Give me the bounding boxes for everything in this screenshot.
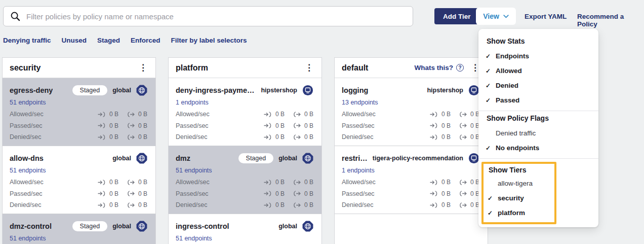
menu-item-platform[interactable]: ✓platform (484, 205, 554, 220)
menu-section-title-show-stats: Show Stats (478, 37, 598, 45)
menu-item-allow-tigera[interactable]: allow-tigera (484, 176, 554, 191)
egress-stat: 0 B (293, 133, 313, 141)
policy-name: ingress-control (176, 222, 229, 230)
policy-card-allow-dns[interactable]: allow-dnsglobal51 endpointsAllowed/sec0 … (3, 146, 155, 214)
scope-label: hipstershop (427, 87, 463, 94)
endpoints-link[interactable]: 1 endpoints (176, 99, 209, 106)
policy-card-dmz[interactable]: dmzStagedglobal51 endpointsAllowed/sec0 … (169, 146, 321, 214)
stat-values: 0 B0 B (430, 133, 479, 141)
policy-card-dmz-control[interactable]: dmz-controlStagedglobal51 endpoints (3, 214, 155, 244)
stat-values: 0 B0 B (430, 122, 479, 129)
globe-badge-icon (136, 153, 147, 164)
menu-item-label: allow-tigera (498, 180, 533, 187)
globe-badge-icon (136, 85, 147, 96)
tier-header-default: defaultWhats this??⋮ (335, 58, 488, 78)
recommend-policy-link[interactable]: Recommend a Policy (577, 13, 644, 28)
kebab-menu-icon[interactable]: ⋮ (137, 62, 149, 73)
stat-row-denied-sec: Denied/sec0 B0 B (342, 199, 479, 211)
stat-label: Allowed/sec (10, 111, 44, 118)
policy-name: deny-ingress-paymentservi... (176, 86, 256, 94)
ingress-value: 0 B (275, 111, 285, 118)
ingress-value: 0 B (275, 190, 285, 197)
whats-this-link[interactable]: Whats this?? (415, 64, 464, 72)
endpoints-link[interactable]: 1 endpoints (342, 167, 375, 174)
policy-name: logging (342, 86, 368, 94)
endpoints-link[interactable]: 51 endpoints (10, 235, 46, 242)
endpoints-link[interactable]: 51 endpoints (176, 167, 212, 174)
endpoints-link[interactable]: 51 endpoints (176, 235, 212, 242)
menu-item-no-endpoints[interactable]: ✓No endpoints (478, 141, 598, 155)
view-dropdown-button[interactable]: View (476, 8, 516, 25)
policy-name: dmz (176, 154, 190, 162)
policy-meta: Stagedglobal (72, 221, 147, 232)
stat-label: Allowed/sec (176, 111, 210, 118)
ingress-stat: 0 B (430, 122, 451, 129)
arrow-out-icon (293, 112, 301, 117)
search-input[interactable] (25, 12, 413, 21)
policy-meta: Stagedglobal (238, 153, 313, 164)
policy-name: egress-deny (10, 86, 53, 94)
arrow-out-icon (459, 202, 467, 208)
filter-staged[interactable]: Staged (97, 37, 120, 44)
egress-value: 0 B (304, 190, 313, 197)
arrow-in-icon (430, 191, 438, 196)
globe-badge-icon (302, 221, 313, 232)
endpoints-link[interactable]: 51 endpoints (10, 167, 46, 174)
chevron-down-icon (503, 15, 509, 18)
menu-item-endpoints[interactable]: ✓Endpoints (478, 49, 598, 63)
endpoints-link[interactable]: 51 endpoints (10, 99, 46, 106)
menu-item-security[interactable]: ✓security (484, 191, 554, 205)
filter-enforced[interactable]: Enforced (131, 37, 160, 44)
menu-item-label: Endpoints (496, 52, 529, 60)
stat-label: Passed/sec (10, 190, 43, 197)
stat-values: 0 B0 B (98, 201, 147, 208)
egress-stat: 0 B (459, 179, 479, 186)
policy-card-egress-deny[interactable]: egress-denyStagedglobal51 endpointsAllow… (3, 78, 155, 146)
menu-item-denied[interactable]: ✓Denied (478, 78, 598, 93)
stat-values: 0 B0 B (264, 111, 313, 118)
add-tier-button[interactable]: Add Tier (434, 8, 479, 24)
stat-row-allowed-sec: Allowed/sec0 B0 B (342, 177, 479, 188)
ingress-stat: 0 B (98, 179, 118, 186)
kebab-menu-icon[interactable]: ⋮ (303, 62, 315, 73)
policy-meta: hipstershop (427, 85, 479, 96)
filter-unused[interactable]: Unused (62, 37, 87, 44)
stat-row-denied-sec: Denied/sec0 B0 B (176, 199, 313, 211)
arrow-out-icon (127, 134, 135, 140)
checkmark-icon: ✓ (485, 97, 492, 104)
policy-title-row: logginghipstershop (342, 85, 479, 96)
stat-row-passed-sec: Passed/sec0 B0 B (342, 188, 479, 200)
egress-value: 0 B (138, 133, 147, 141)
filter-denying-traffic[interactable]: Denying traffic (3, 37, 51, 44)
arrow-in-icon (430, 180, 438, 185)
policy-name: dmz-control (10, 222, 52, 230)
endpoints-link[interactable]: 13 endpoints (342, 99, 378, 106)
stat-row-passed-sec: Passed/sec0 B0 B (176, 188, 313, 200)
egress-stat: 0 B (127, 111, 147, 118)
arrow-out-icon (127, 112, 135, 117)
arrow-out-icon (127, 180, 135, 185)
namespace-circle-icon (468, 153, 479, 164)
ingress-stat: 0 B (264, 133, 285, 141)
policy-card-restricted[interactable]: restrictedtigera-policy-recommendation1 … (335, 146, 488, 214)
policy-card-deny-ingress-paymentservi[interactable]: deny-ingress-paymentservi...hipstershop1… (169, 78, 321, 146)
arrow-out-icon (127, 202, 135, 208)
stat-values: 0 B0 B (430, 179, 479, 186)
policy-card-logging[interactable]: logginghipstershop13 endpointsAllowed/se… (335, 78, 488, 146)
stat-values: 0 B0 B (98, 133, 147, 141)
egress-stat: 0 B (127, 179, 147, 186)
export-yaml-link[interactable]: Export YAML (525, 13, 567, 20)
policy-meta: hipstershop (261, 85, 313, 96)
stat-values: 0 B0 B (98, 111, 147, 118)
stat-label: Denied/sec (342, 201, 374, 208)
ingress-value: 0 B (109, 190, 118, 197)
menu-item-passed[interactable]: ✓Passed (478, 93, 598, 108)
stat-label: Passed/sec (176, 190, 209, 197)
filter-label-selectors[interactable]: Filter by label selectors (171, 37, 247, 44)
menu-item-allowed[interactable]: ✓Allowed (478, 63, 598, 78)
menu-item-denied-traffic[interactable]: Denied traffic (478, 126, 598, 141)
ingress-stat: 0 B (430, 190, 451, 197)
policy-card-ingress-control[interactable]: ingress-controlglobal51 endpoints (169, 214, 321, 244)
stat-label: Allowed/sec (10, 179, 44, 186)
ingress-stat: 0 B (264, 122, 285, 129)
